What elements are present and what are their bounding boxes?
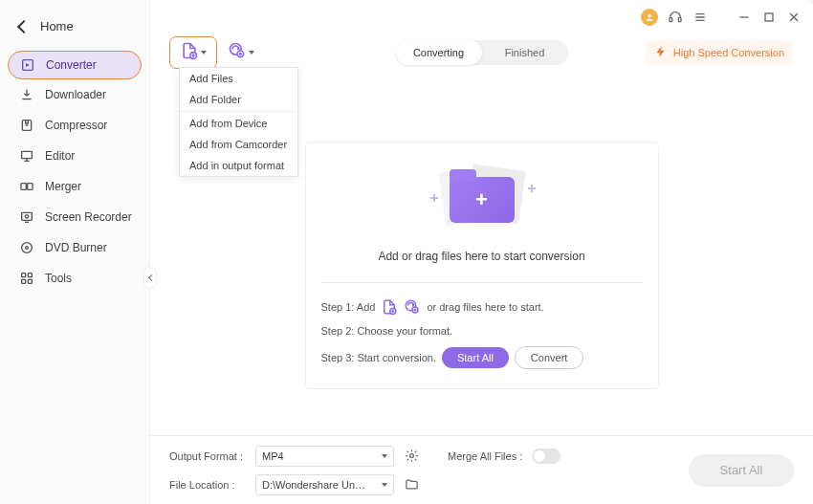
sidebar-item-label: Converter bbox=[46, 58, 97, 72]
window-maximize-button[interactable] bbox=[761, 10, 777, 25]
file-location-label: File Location : bbox=[169, 479, 246, 491]
sidebar-item-downloader[interactable]: Downloader bbox=[0, 79, 149, 110]
svg-point-6 bbox=[25, 215, 28, 218]
add-file-icon[interactable] bbox=[381, 298, 398, 316]
add-files-button[interactable] bbox=[169, 36, 217, 69]
open-folder-icon[interactable] bbox=[404, 477, 419, 493]
sidebar-item-merger[interactable]: Merger bbox=[0, 171, 149, 202]
output-format-select[interactable]: MP4 bbox=[255, 446, 394, 467]
footer-bar: Output Format : MP4 Merge All Files : Fi… bbox=[150, 435, 813, 504]
svg-rect-4 bbox=[28, 184, 33, 190]
dropdown-add-from-camcorder[interactable]: Add from Camcorder bbox=[180, 134, 297, 155]
merger-icon bbox=[19, 179, 34, 194]
folder-illustration: + bbox=[425, 162, 539, 238]
add-source-icon bbox=[228, 41, 247, 64]
dropzone-text: Add or drag files here to start conversi… bbox=[378, 250, 584, 263]
sidebar-item-compressor[interactable]: Compressor bbox=[0, 110, 149, 141]
file-location-select[interactable]: D:\Wondershare UniConverter 1 bbox=[255, 474, 394, 495]
dropdown-add-from-device[interactable]: Add from Device bbox=[180, 113, 297, 134]
chevron-down-icon bbox=[382, 454, 387, 458]
menu-icon[interactable] bbox=[692, 10, 708, 25]
svg-rect-12 bbox=[28, 279, 32, 283]
compressor-icon bbox=[19, 118, 34, 133]
sidebar-item-label: Screen Recorder bbox=[45, 210, 132, 224]
avatar-icon[interactable] bbox=[641, 9, 658, 26]
convert-button[interactable]: Convert bbox=[515, 346, 584, 369]
bolt-icon bbox=[654, 45, 668, 60]
svg-rect-9 bbox=[22, 274, 26, 277]
svg-point-13 bbox=[648, 14, 651, 18]
sidebar: Home Converter Downloader Compressor Edi… bbox=[0, 0, 150, 504]
sidebar-item-label: Compressor bbox=[45, 119, 107, 132]
back-icon bbox=[17, 19, 31, 33]
home-row[interactable]: Home bbox=[0, 10, 149, 43]
folder-icon: + bbox=[450, 177, 515, 223]
add-source-icon[interactable] bbox=[404, 298, 421, 316]
dropdown-add-files[interactable]: Add Files bbox=[180, 68, 297, 89]
add-files-dropdown: Add Files Add Folder Add from Device Add… bbox=[179, 67, 298, 177]
add-file-icon bbox=[180, 41, 199, 64]
dropzone-card[interactable]: + Add or drag files here to start conver… bbox=[305, 142, 659, 389]
steps-panel: Step 1: Add or drag files here to start.… bbox=[321, 282, 643, 369]
high-speed-label: High Speed Conversion bbox=[673, 47, 784, 58]
step-2: Step 2: Choose your format. bbox=[321, 325, 643, 337]
settings-icon[interactable] bbox=[404, 449, 419, 464]
editor-icon bbox=[19, 148, 34, 164]
svg-rect-10 bbox=[28, 274, 32, 277]
high-speed-conversion-button[interactable]: High Speed Conversion bbox=[645, 40, 794, 65]
svg-point-7 bbox=[22, 243, 33, 253]
converter-icon bbox=[20, 57, 35, 73]
plus-icon: + bbox=[475, 187, 488, 212]
add-button-group bbox=[169, 36, 255, 69]
svg-rect-16 bbox=[765, 13, 773, 21]
svg-rect-3 bbox=[21, 184, 26, 190]
step-1: Step 1: Add or drag files here to start. bbox=[321, 298, 643, 316]
sidebar-item-label: Downloader bbox=[45, 88, 106, 101]
step-3: Step 3: Start conversion. Start All Conv… bbox=[321, 346, 643, 369]
sidebar-item-label: Tools bbox=[45, 272, 72, 285]
sidebar-item-tools[interactable]: Tools bbox=[0, 263, 149, 294]
svg-point-8 bbox=[26, 247, 29, 250]
merge-all-toggle[interactable] bbox=[532, 449, 560, 464]
start-all-button[interactable]: Start All bbox=[442, 347, 509, 368]
output-format-label: Output Format : bbox=[169, 450, 246, 462]
window-close-button[interactable] bbox=[786, 10, 802, 25]
svg-rect-5 bbox=[22, 212, 33, 220]
chevron-down-icon bbox=[249, 51, 254, 55]
sidebar-item-dvd-burner[interactable]: DVD Burner bbox=[0, 232, 149, 263]
tab-converting[interactable]: Converting bbox=[396, 40, 482, 65]
tools-icon bbox=[19, 271, 34, 286]
svg-rect-2 bbox=[22, 151, 33, 158]
footer-start-all-button[interactable]: Start All bbox=[689, 454, 794, 487]
window-minimize-button[interactable] bbox=[736, 10, 752, 25]
home-label: Home bbox=[40, 19, 74, 33]
chevron-down-icon bbox=[382, 483, 387, 487]
headset-icon[interactable] bbox=[668, 10, 683, 25]
svg-point-23 bbox=[409, 454, 413, 458]
sidebar-item-label: Merger bbox=[45, 180, 81, 193]
dropdown-add-in-output-format[interactable]: Add in output format bbox=[180, 155, 297, 176]
svg-rect-15 bbox=[678, 18, 681, 22]
dvd-burner-icon bbox=[19, 240, 34, 255]
merge-all-label: Merge All Files : bbox=[448, 450, 522, 462]
sidebar-item-label: DVD Burner bbox=[45, 241, 107, 254]
add-source-button[interactable] bbox=[227, 36, 255, 69]
tab-finished[interactable]: Finished bbox=[482, 40, 568, 65]
sidebar-item-editor[interactable]: Editor bbox=[0, 141, 149, 171]
titlebar bbox=[150, 0, 813, 29]
status-tabs: Converting Finished bbox=[396, 40, 568, 65]
sidebar-item-screen-recorder[interactable]: Screen Recorder bbox=[0, 202, 149, 232]
chevron-down-icon bbox=[201, 51, 207, 55]
dropdown-add-folder[interactable]: Add Folder bbox=[180, 89, 297, 110]
screen-recorder-icon bbox=[19, 209, 34, 225]
downloader-icon bbox=[19, 87, 34, 102]
sidebar-item-converter[interactable]: Converter bbox=[8, 51, 142, 79]
app-window: Home Converter Downloader Compressor Edi… bbox=[0, 0, 813, 504]
sidebar-nav: Converter Downloader Compressor Editor M… bbox=[0, 51, 149, 294]
svg-rect-11 bbox=[22, 279, 26, 283]
sidebar-item-label: Editor bbox=[45, 149, 75, 163]
svg-rect-14 bbox=[670, 18, 672, 22]
